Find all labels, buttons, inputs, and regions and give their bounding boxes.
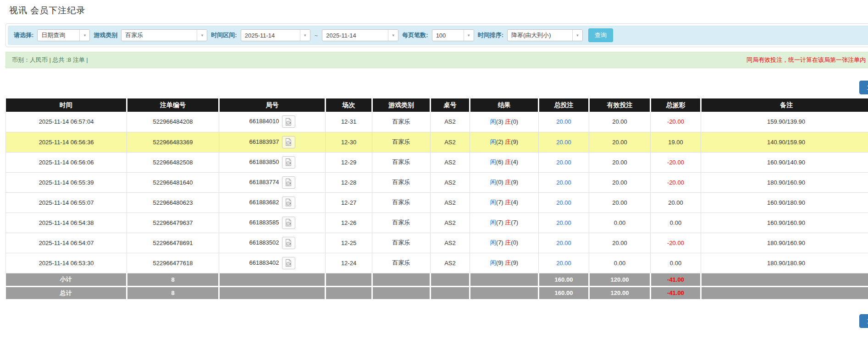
film-document-icon [284, 239, 293, 247]
cell-valid-bet: 20.00 [589, 192, 651, 213]
result-player-value: (7) [496, 239, 503, 246]
cell-payout: 19.00 [651, 132, 701, 152]
cell-total-bet[interactable]: 20.00 [539, 132, 589, 152]
filter-panel: 请选择: 日期查询 ▼ 游戏类别 百家乐 ▼ 时间区间: 2025-11-14 … [6, 23, 868, 47]
result-player-label: 闲 [490, 138, 496, 145]
video-replay-button[interactable] [282, 257, 295, 269]
header-round-id: 局号 [219, 98, 326, 112]
subtotal-total-bet: 160.00 [539, 273, 589, 286]
cell-game-type: 百家乐 [372, 172, 431, 192]
result-player-value: (6) [496, 158, 503, 165]
bet-records-table: 时间 注单编号 局号 场次 游戏类别 桌号 结果 总投注 有效投注 总派彩 备注… [6, 98, 868, 300]
round-id-text: 661883585 [249, 218, 279, 225]
total-row: 总计 8 160.00 120.00 -41.00 [6, 286, 868, 300]
result-banker-value: (9) [511, 179, 518, 185]
cell-payout: -20.00 [651, 112, 701, 132]
table-row: 2025-11-14 06:53:30 522966477618 6618834… [6, 253, 868, 273]
sort-select[interactable]: 降幂(由大到小) ▼ [507, 29, 583, 41]
date-to-value: 2025-11-14 [322, 32, 388, 39]
table-row: 2025-11-14 06:55:07 522966480623 6618836… [6, 192, 868, 213]
cell-bet-id: 522966478691 [127, 233, 219, 253]
result-banker-label: 庄 [505, 199, 511, 206]
video-replay-button[interactable] [282, 196, 295, 209]
cell-bet-id: 522966477618 [127, 253, 219, 273]
subtotal-count: 8 [127, 273, 219, 286]
cell-payout: -20.00 [651, 233, 701, 253]
total-label: 总计 [6, 286, 127, 300]
cell-round-id: 661883937 [219, 132, 326, 152]
cell-round-id: 661884010 [219, 112, 326, 132]
header-valid-bet: 有效投注 [589, 98, 651, 112]
result-player-label: 闲 [490, 158, 496, 165]
cell-time: 2025-11-14 06:55:07 [6, 192, 127, 213]
subtotal-payout: -41.00 [651, 273, 701, 286]
cell-note: 160.90/140.90 [701, 152, 868, 172]
cell-total-bet[interactable]: 20.00 [539, 172, 589, 192]
pagination-page-1-bottom[interactable]: 1 [859, 314, 868, 328]
cell-note: 140.90/159.90 [701, 132, 868, 152]
round-id-text: 661883682 [249, 198, 279, 205]
date-from-select[interactable]: 2025-11-14 ▼ [241, 29, 310, 41]
mode-select[interactable]: 日期查询 ▼ [37, 29, 90, 41]
cell-time: 2025-11-14 06:56:06 [6, 152, 127, 172]
cell-table-no: AS2 [431, 132, 470, 152]
cell-result: 闲(6) 庄(4) [470, 152, 539, 172]
film-document-icon [284, 218, 293, 227]
film-document-icon [284, 178, 293, 186]
cell-total-bet[interactable]: 20.00 [539, 233, 589, 253]
result-player-value: (9) [496, 259, 503, 266]
header-time: 时间 [6, 98, 127, 112]
cell-time: 2025-11-14 06:54:38 [6, 213, 127, 233]
valid-bet-note: 同局有效投注，统一计算在该局第一张注单内 [746, 56, 866, 64]
table-row: 2025-11-14 06:56:36 522966483369 6618839… [6, 132, 868, 152]
game-type-select[interactable]: 百家乐 ▼ [121, 29, 207, 41]
currency-summary-text: 币别：人民币 | 总共 :8 注单 | [12, 56, 88, 64]
cell-table-no: AS2 [431, 152, 470, 172]
date-to-select[interactable]: 2025-11-14 ▼ [322, 29, 398, 41]
result-player-value: (2) [496, 138, 503, 145]
video-replay-button[interactable] [282, 217, 295, 229]
result-player-label: 闲 [490, 199, 496, 206]
cell-time: 2025-11-14 06:55:39 [6, 172, 127, 192]
video-replay-button[interactable] [282, 136, 295, 148]
result-banker-label: 庄 [505, 179, 511, 185]
result-player-value: (0) [496, 179, 503, 185]
cell-session: 12-24 [326, 253, 372, 273]
cell-round-id: 661883502 [219, 233, 326, 253]
cell-total-bet[interactable]: 20.00 [539, 253, 589, 273]
result-banker-label: 庄 [505, 219, 511, 226]
cell-result: 闲(7) 庄(0) [470, 233, 539, 253]
cell-total-bet[interactable]: 20.00 [539, 213, 589, 233]
query-button[interactable]: 查询 [588, 28, 613, 42]
film-document-icon [284, 118, 293, 126]
cell-game-type: 百家乐 [372, 233, 431, 253]
result-banker-value: (9) [511, 259, 518, 266]
page-size-select[interactable]: 100 ▼ [432, 29, 474, 41]
result-player-value: (3) [496, 118, 503, 125]
video-replay-button[interactable] [282, 156, 295, 169]
subtotal-label: 小计 [6, 273, 127, 286]
header-bet-id: 注单编号 [127, 98, 219, 112]
cell-total-bet[interactable]: 20.00 [539, 112, 589, 132]
total-count: 8 [127, 286, 219, 300]
video-replay-button[interactable] [282, 115, 295, 128]
cell-result: 闲(2) 庄(9) [470, 132, 539, 152]
cell-total-bet[interactable]: 20.00 [539, 192, 589, 213]
film-document-icon [284, 138, 293, 146]
cell-table-no: AS2 [431, 192, 470, 213]
cell-session: 12-25 [326, 233, 372, 253]
cell-payout: -20.00 [651, 172, 701, 192]
cell-payout: 20.00 [651, 192, 701, 213]
cell-result: 闲(9) 庄(9) [470, 253, 539, 273]
tilde-separator: ~ [314, 32, 319, 39]
pagination-page-1-top[interactable]: 1 [859, 81, 868, 94]
cell-total-bet[interactable]: 20.00 [539, 152, 589, 172]
result-banker-value: (0) [511, 239, 518, 246]
round-id-text: 661883402 [249, 259, 279, 266]
video-replay-button[interactable] [282, 176, 295, 189]
time-range-label: 时间区间: [211, 31, 237, 39]
cell-time: 2025-11-14 06:54:07 [6, 233, 127, 253]
film-document-icon [284, 259, 293, 267]
chevron-down-icon: ▼ [388, 30, 398, 41]
video-replay-button[interactable] [282, 237, 295, 249]
